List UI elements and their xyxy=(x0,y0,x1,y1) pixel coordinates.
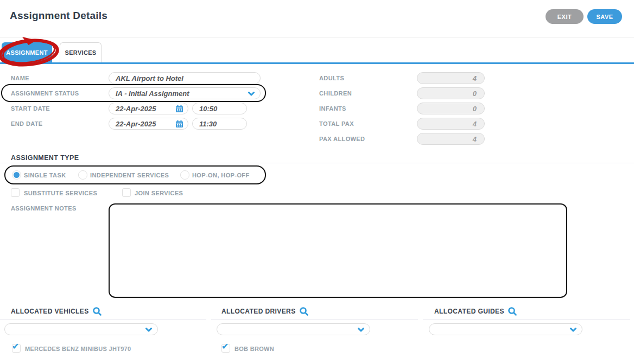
allocated-guides-header: ALLOCATED GUIDES xyxy=(434,307,517,316)
active-tab-bar xyxy=(0,62,634,64)
children-label: CHILDREN xyxy=(319,90,352,97)
start-date-input[interactable]: 22-Apr-2025 xyxy=(109,103,188,114)
assignment-type-title: ASSIGNMENT TYPE xyxy=(11,154,79,162)
checkbox-substitute-services[interactable] xyxy=(11,188,20,197)
total-pax-input: 4 xyxy=(417,118,485,130)
chevron-down-icon xyxy=(145,328,152,332)
start-time-input[interactable]: 10:50 xyxy=(192,103,247,114)
assignment-status-select[interactable]: IA - Initial Assignment xyxy=(109,87,261,99)
chevron-down-icon xyxy=(248,92,255,96)
checkbox-join-services[interactable] xyxy=(122,188,131,197)
check-icon: ✔ xyxy=(221,342,229,351)
allocated-vehicles-select[interactable] xyxy=(4,323,158,335)
infants-label: INFANTS xyxy=(319,105,346,112)
end-date-label: END DATE xyxy=(11,120,43,127)
radio-hop-on-hop-off-label: HOP-ON, HOP-OFF xyxy=(192,172,250,178)
save-button[interactable]: SAVE xyxy=(587,9,622,24)
checkbox-join-services-label: JOIN SERVICES xyxy=(135,190,183,196)
vehicle-item-label: MERCEDES BENZ MINIBUS JHT970 xyxy=(25,346,131,352)
tab-services[interactable]: SERVICES xyxy=(60,42,102,62)
radio-independent-services-label: INDEPENDENT SERVICES xyxy=(90,172,169,178)
driver-item-checkbox[interactable]: ✔ xyxy=(221,344,230,353)
calendar-icon[interactable] xyxy=(175,105,183,113)
assignment-status-value: IA - Initial Assignment xyxy=(116,90,189,98)
search-icon[interactable] xyxy=(508,307,517,316)
radio-single-task-label: SINGLE TASK xyxy=(24,172,66,178)
allocated-drivers-title: ALLOCATED DRIVERS xyxy=(221,308,296,315)
pax-allowed-input: 4 xyxy=(417,133,485,145)
driver-item-label: BOB BROWN xyxy=(234,346,274,352)
exit-button[interactable]: EXIT xyxy=(546,9,584,24)
allocated-drivers-select[interactable] xyxy=(217,323,370,335)
assignment-status-label: ASSIGNMENT STATUS xyxy=(11,90,79,97)
allocated-drivers-divider xyxy=(211,320,418,320)
adults-input: 4 xyxy=(417,72,485,84)
search-icon[interactable] xyxy=(300,307,308,316)
allocated-vehicles-header: ALLOCATED VEHICLES xyxy=(11,307,102,316)
radio-hop-on-hop-off[interactable] xyxy=(180,170,189,180)
allocated-guides-divider xyxy=(423,320,630,320)
assignment-notes-textarea[interactable] xyxy=(109,203,567,298)
radio-dot xyxy=(14,172,20,178)
radio-single-task[interactable] xyxy=(12,170,21,180)
assignment-notes-label: ASSIGNMENT NOTES xyxy=(11,205,77,212)
end-date-value: 22-Apr-2025 xyxy=(116,120,156,128)
allocated-vehicles-divider xyxy=(0,320,206,320)
children-input: 0 xyxy=(417,87,485,99)
chevron-down-icon xyxy=(570,328,576,332)
checkbox-substitute-services-label: SUBSTITUTE SERVICES xyxy=(24,190,97,196)
end-time-input[interactable]: 11:30 xyxy=(192,118,247,130)
start-date-value: 22-Apr-2025 xyxy=(116,105,156,113)
header-divider xyxy=(0,37,634,37)
search-icon[interactable] xyxy=(93,307,102,316)
total-pax-label: TOTAL PAX xyxy=(319,120,354,127)
page-title: Assignment Details xyxy=(10,10,107,22)
adults-label: ADULTS xyxy=(319,75,344,81)
calendar-icon[interactable] xyxy=(175,120,183,128)
radio-independent-services[interactable] xyxy=(78,170,87,180)
infants-input: 0 xyxy=(417,103,485,114)
allocated-guides-title: ALLOCATED GUIDES xyxy=(434,308,504,315)
pax-allowed-label: PAX ALLOWED xyxy=(319,136,365,142)
name-input[interactable]: AKL Airport to Hotel xyxy=(109,72,261,84)
assignment-type-divider xyxy=(0,163,634,163)
end-date-input[interactable]: 22-Apr-2025 xyxy=(109,118,188,130)
tab-assignment[interactable]: ASSIGNMENT xyxy=(2,42,52,62)
allocated-vehicles-title: ALLOCATED VEHICLES xyxy=(11,308,89,315)
vehicle-item-checkbox[interactable]: ✔ xyxy=(12,344,21,353)
chevron-down-icon xyxy=(358,328,364,332)
allocated-drivers-header: ALLOCATED DRIVERS xyxy=(221,307,308,316)
check-icon: ✔ xyxy=(12,342,19,351)
assignment-details-page: Assignment Details EXIT SAVE ASSIGNMENT … xyxy=(0,0,634,364)
allocated-guides-select[interactable] xyxy=(429,323,582,335)
start-date-label: START DATE xyxy=(11,105,50,112)
name-label: NAME xyxy=(11,75,29,81)
